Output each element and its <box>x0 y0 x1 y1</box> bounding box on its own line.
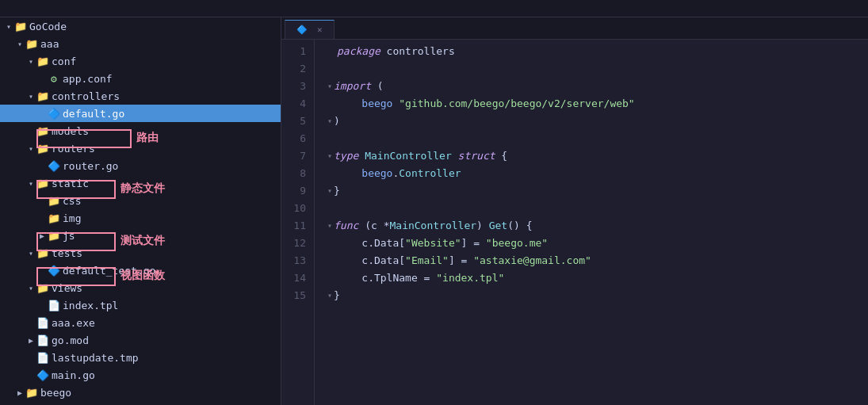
fold-arrow-5[interactable]: ▾ <box>327 113 332 130</box>
titlebar <box>0 0 868 17</box>
go-icon: 🔷 <box>36 369 49 381</box>
line-number-7: 7 <box>281 147 314 165</box>
line-number-4: 4 <box>281 95 314 113</box>
token-kw-struct: struct <box>458 147 495 165</box>
tree-arrow: ▶ <box>14 388 25 397</box>
tree-item-label: css <box>63 195 81 207</box>
fold-arrow-11[interactable]: ▾ <box>327 217 332 235</box>
file-icon: 📄 <box>36 352 49 364</box>
tree-item-label: js <box>63 230 75 242</box>
tree-item-main.go[interactable]: 🔷 main.go <box>0 366 281 384</box>
line-number-15: 15 <box>281 287 314 304</box>
tree-item-js[interactable]: ▶ 📁 js <box>0 227 281 244</box>
line-number-8: 8 <box>281 165 314 182</box>
token-plain <box>392 95 399 113</box>
code-line-1: package controllers <box>327 43 868 60</box>
folder-icon: 📁 <box>48 230 60 242</box>
code-line-15: ▾} <box>327 287 868 304</box>
tree-item-label: index.tpl <box>63 300 118 311</box>
tree-item-img[interactable]: 📁 img <box>0 209 281 227</box>
tree-item-routers[interactable]: ▾ 📁 routers <box>0 139 281 157</box>
folder-icon: 📁 <box>36 247 49 259</box>
tree-item-conf[interactable]: ▾ 📁 conf <box>0 52 281 70</box>
code-line-13: c.Data["Email"] = "astaxie@gmail.com" <box>327 252 868 269</box>
main-layout: ▾ 📁 GoCode ▾ 📁 aaa ▾ 📁 conf ⚙ app.conf ▾… <box>0 17 868 405</box>
tree-item-default_test.go[interactable]: 🔷 default_test.go <box>0 262 281 279</box>
line-number-5: 5 <box>281 113 314 130</box>
code-line-5: ▾) <box>327 113 868 130</box>
token-plain: ( <box>371 78 384 95</box>
code-line-4: beego "github.com/beego/beego/v2/server/… <box>327 95 868 113</box>
folder-icon: 📁 <box>14 21 27 32</box>
tree-item-label: controllers <box>52 90 120 102</box>
code-line-6 <box>327 130 868 147</box>
tree-item-index.tpl[interactable]: 📄 index.tpl <box>0 296 281 314</box>
tree-item-css[interactable]: 📁 css <box>0 192 281 209</box>
tab-close-icon[interactable]: ✕ <box>317 25 323 35</box>
token-kw-type: type <box>334 147 358 165</box>
tree-item-controllers[interactable]: ▾ 📁 controllers <box>0 87 281 105</box>
tree-item-label: models <box>52 125 89 137</box>
token-plain <box>358 147 365 165</box>
tree-arrow: ▾ <box>25 284 36 292</box>
token-str: "Email" <box>405 252 449 269</box>
token-plain: () { <box>507 217 532 235</box>
fold-arrow-3[interactable]: ▾ <box>327 78 332 95</box>
token-plain: c.TplName = <box>337 269 436 287</box>
tree-item-label: main.go <box>52 369 95 381</box>
file-tree: ▾ 📁 GoCode ▾ 📁 aaa ▾ 📁 conf ⚙ app.conf ▾… <box>0 17 281 405</box>
fold-arrow-15[interactable]: ▾ <box>327 287 332 304</box>
tree-item-static[interactable]: ▾ 📁 static <box>0 174 281 192</box>
tree-item-tests[interactable]: ▾ 📁 tests <box>0 244 281 262</box>
line-number-3: 3 <box>281 78 314 95</box>
token-name: MainController <box>389 217 476 235</box>
editor-tab-default-go[interactable]: 🔷 ✕ <box>285 20 335 39</box>
token-str: "beego.me" <box>486 235 548 252</box>
fold-arrow-7[interactable]: ▾ <box>327 147 332 165</box>
tree-item-aaa[interactable]: ▾ 📁 aaa <box>0 35 281 52</box>
code-area: 123456789101112131415 package controller… <box>281 40 868 405</box>
tree-arrow: ▾ <box>25 249 36 258</box>
token-plain <box>337 165 361 182</box>
tpl-icon: 📄 <box>48 300 60 311</box>
code-lines[interactable]: package controllers▾import ( beego "gith… <box>315 40 868 405</box>
tree-item-views[interactable]: ▾ 📁 views <box>0 279 281 296</box>
tree-item-default.go[interactable]: 🔷 default.go <box>0 105 281 122</box>
tree-item-beego[interactable]: ▶ 📁 beego <box>0 384 281 401</box>
tree-item-label: default_test.go <box>63 265 155 277</box>
fold-arrow-9[interactable]: ▾ <box>327 182 332 200</box>
conf-icon: ⚙ <box>48 73 60 85</box>
tree-arrow: ▾ <box>25 179 36 188</box>
folder-icon: 📁 <box>36 178 49 189</box>
code-line-2 <box>327 60 868 78</box>
tree-item-label: app.conf <box>63 73 113 85</box>
token-kw-package: package <box>337 43 380 60</box>
tree-item-label: views <box>52 282 82 294</box>
token-punc: } <box>334 287 340 304</box>
tree-item-label: conf <box>52 55 76 67</box>
token-method: Get <box>489 217 507 235</box>
token-str: "github.com/beego/beego/v2/server/web" <box>399 95 634 113</box>
line-number-10: 10 <box>281 200 314 217</box>
tree-item-label: tests <box>52 247 82 259</box>
tree-item-bin[interactable]: ▶ 📁 bin <box>0 401 281 405</box>
token-plain: . <box>392 165 399 182</box>
line-number-1: 1 <box>281 43 314 60</box>
token-plain: { <box>495 147 508 165</box>
token-str: "index.tpl" <box>436 269 504 287</box>
tree-item-aaa.exe[interactable]: 📄 aaa.exe <box>0 314 281 331</box>
code-line-11: ▾func (c *MainController) Get() { <box>327 217 868 235</box>
folder-icon: 📁 <box>25 38 38 50</box>
code-line-10 <box>327 200 868 217</box>
tree-arrow: ▶ <box>25 336 36 345</box>
tree-item-gocode-root[interactable]: ▾ 📁 GoCode <box>0 17 281 35</box>
line-number-2: 2 <box>281 60 314 78</box>
tree-item-go.mod[interactable]: ▶ 📄 go.mod <box>0 331 281 349</box>
tree-item-router.go[interactable]: 🔷 router.go <box>0 157 281 174</box>
tree-item-label: default.go <box>63 108 124 120</box>
tree-item-models[interactable]: 📁 models <box>0 122 281 139</box>
folder-icon: 📁 <box>48 195 60 207</box>
tree-item-app.conf[interactable]: ⚙ app.conf <box>0 70 281 87</box>
code-line-7: ▾type MainController struct { <box>327 147 868 165</box>
tree-item-lastupdate.tmp[interactable]: 📄 lastupdate.tmp <box>0 349 281 366</box>
